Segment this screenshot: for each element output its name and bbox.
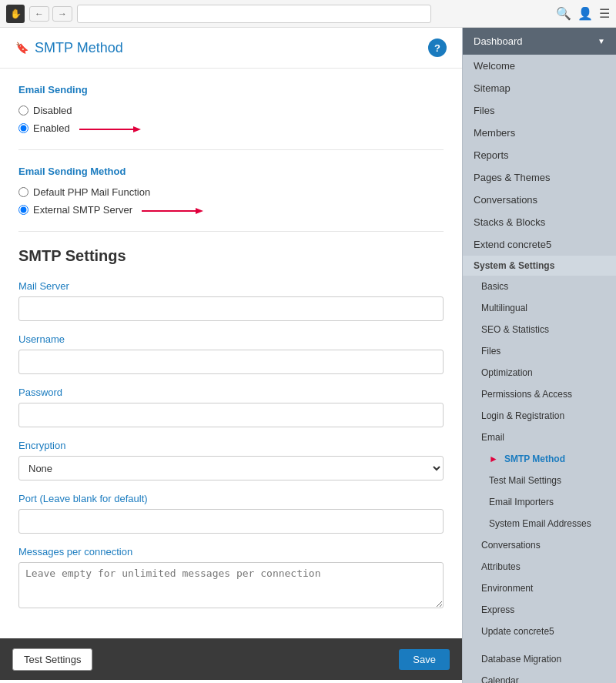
sidebar-item-reports[interactable]: Reports	[463, 144, 616, 166]
disabled-radio[interactable]	[18, 105, 28, 116]
enabled-arrow	[79, 122, 141, 134]
forward-button[interactable]: →	[52, 6, 72, 22]
search-icon[interactable]: 🔍	[556, 6, 571, 21]
smtp-label: External SMTP Server	[33, 204, 132, 216]
php-radio-item[interactable]: Default PHP Mail Function	[18, 186, 444, 198]
sidebar-item-extend[interactable]: Extend concrete5	[463, 233, 616, 256]
help-button[interactable]: ?	[428, 39, 447, 57]
messages-group: Messages per connection	[18, 546, 444, 611]
sidebar-item-files-sub[interactable]: Files	[463, 340, 616, 362]
search-input[interactable]	[77, 5, 431, 23]
dashboard-arrow-icon: ▼	[598, 37, 605, 45]
svg-marker-3	[196, 208, 203, 214]
user-icon[interactable]: 👤	[578, 6, 593, 21]
sidebar-item-multilingual[interactable]: Multilingual	[463, 297, 616, 319]
sidebar-item-pages-themes[interactable]: Pages & Themes	[463, 166, 616, 189]
sidebar-item-test-mail[interactable]: Test Mail Settings	[463, 470, 616, 491]
sidebar-item-basics[interactable]: Basics	[463, 276, 616, 297]
sidebar-item-system-email[interactable]: System Email Addresses	[463, 513, 616, 534]
username-label: Username	[18, 333, 444, 345]
smtp-settings-title: SMTP Settings	[18, 247, 444, 265]
dashboard-menu-item[interactable]: Dashboard ▼	[463, 28, 616, 55]
top-bar-icons: 🔍 👤 ☰	[556, 6, 610, 21]
password-label: Password	[18, 387, 444, 398]
messages-textarea[interactable]	[18, 562, 444, 608]
sidebar-item-login-reg[interactable]: Login & Registration	[463, 405, 616, 427]
enabled-radio-item[interactable]: Enabled	[18, 122, 444, 134]
sidebar-item-update[interactable]: Update concrete5	[463, 621, 616, 642]
sidebar-item-calendar[interactable]: Calendar	[463, 670, 616, 683]
divider-1	[18, 149, 444, 150]
sidebar-item-conversations[interactable]: Conversations	[463, 189, 616, 211]
email-method-radio-group: Default PHP Mail Function External SMTP …	[18, 186, 444, 216]
messages-label: Messages per connection	[18, 546, 444, 557]
sidebar-item-files[interactable]: Files	[463, 99, 616, 122]
sidebar-item-email[interactable]: Email	[463, 427, 616, 448]
username-group: Username	[18, 333, 444, 374]
sidebar-item-environment[interactable]: Environment	[463, 578, 616, 599]
php-radio[interactable]	[18, 187, 28, 197]
sidebar-item-db-migration[interactable]: Database Migration	[463, 648, 616, 670]
sidebar: Dashboard ▼ Welcome Sitemap Files Member…	[462, 28, 616, 683]
email-sending-section: Email Sending Disabled Enabled	[18, 84, 444, 134]
smtp-radio[interactable]	[18, 205, 28, 215]
sidebar-item-email-importers[interactable]: Email Importers	[463, 491, 616, 513]
sidebar-item-permissions[interactable]: Permissions & Access	[463, 383, 616, 405]
password-group: Password	[18, 387, 444, 427]
enabled-radio[interactable]	[18, 123, 28, 133]
smtp-radio-item[interactable]: External SMTP Server	[18, 204, 444, 216]
username-input[interactable]	[18, 350, 444, 374]
port-label: Port (Leave blank for default)	[18, 493, 444, 504]
php-label: Default PHP Mail Function	[33, 186, 150, 198]
sidebar-item-welcome[interactable]: Welcome	[463, 55, 616, 77]
page-header: 🔖 SMTP Method ?	[0, 28, 462, 69]
email-method-title: Email Sending Method	[18, 166, 444, 177]
smtp-arrow-indicator: ►	[489, 454, 498, 464]
app-logo: ✋	[6, 5, 25, 23]
sidebar-item-attributes[interactable]: Attributes	[463, 556, 616, 578]
encryption-group: Encryption None SSL TLS	[18, 440, 444, 480]
mail-server-group: Mail Server	[18, 280, 444, 321]
encryption-label: Encryption	[18, 440, 444, 451]
test-settings-button[interactable]: Test Settings	[12, 648, 92, 671]
sidebar-item-members[interactable]: Members	[463, 122, 616, 144]
save-button[interactable]: Save	[399, 649, 450, 670]
disabled-label: Disabled	[33, 105, 72, 116]
divider-2	[18, 231, 444, 232]
system-settings-section: System & Settings	[463, 256, 616, 276]
dashboard-label: Dashboard	[474, 35, 523, 47]
email-sending-title: Email Sending	[18, 84, 444, 95]
page-title: SMTP Method	[35, 40, 123, 56]
top-bar: ✋ ← → 🔍 👤 ☰	[0, 0, 616, 28]
sidebar-item-sitemap[interactable]: Sitemap	[463, 77, 616, 99]
mail-server-input[interactable]	[18, 296, 444, 321]
bottom-bar: Test Settings Save	[0, 638, 462, 680]
nav-buttons: ← →	[29, 6, 72, 22]
bookmark-icon: 🔖	[15, 42, 28, 54]
email-method-section: Email Sending Method Default PHP Mail Fu…	[18, 166, 444, 216]
sidebar-item-stacks-blocks[interactable]: Stacks & Blocks	[463, 211, 616, 233]
back-button[interactable]: ←	[29, 6, 49, 22]
sidebar-item-seo[interactable]: SEO & Statistics	[463, 319, 616, 340]
password-input[interactable]	[18, 403, 444, 427]
encryption-select[interactable]: None SSL TLS	[18, 456, 444, 480]
menu-icon[interactable]: ☰	[599, 6, 610, 21]
smtp-arrow	[142, 204, 203, 216]
layout: 🔖 SMTP Method ? Email Sending Disabled E…	[0, 28, 616, 683]
sidebar-item-smtp-method[interactable]: ► SMTP Method	[463, 448, 616, 470]
port-group: Port (Leave blank for default)	[18, 493, 444, 534]
disabled-radio-item[interactable]: Disabled	[18, 105, 444, 116]
sidebar-item-conversations-sub[interactable]: Conversations	[463, 534, 616, 556]
content-body: Email Sending Disabled Enabled	[0, 69, 462, 638]
mail-server-label: Mail Server	[18, 280, 444, 292]
sidebar-item-express-sub[interactable]: Express	[463, 599, 616, 621]
email-sending-radio-group: Disabled Enabled	[18, 105, 444, 134]
main-content: 🔖 SMTP Method ? Email Sending Disabled E…	[0, 28, 462, 683]
svg-marker-1	[133, 126, 141, 132]
spacer-1	[463, 642, 616, 648]
port-input[interactable]	[18, 509, 444, 534]
sidebar-item-optimization[interactable]: Optimization	[463, 362, 616, 383]
enabled-label: Enabled	[33, 122, 70, 134]
